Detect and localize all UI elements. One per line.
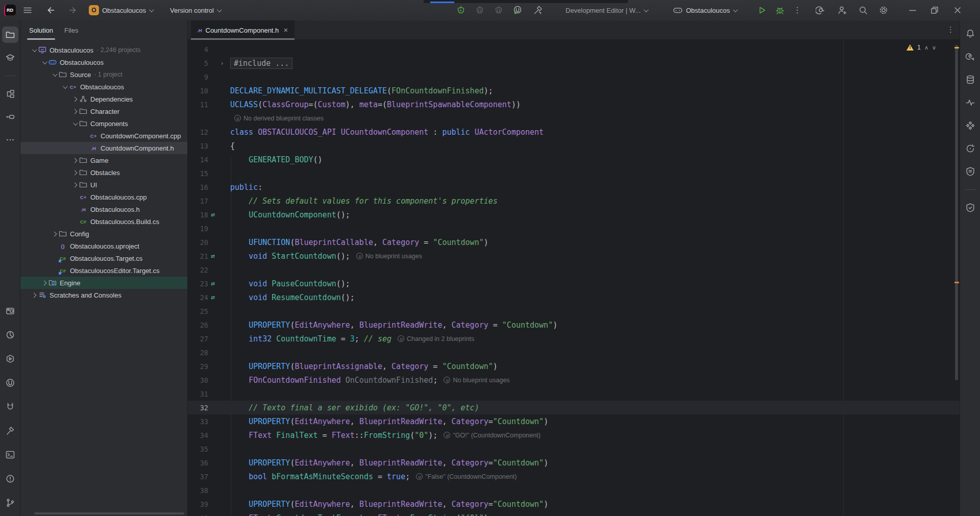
build-config-selector[interactable]: Development Editor | W... xyxy=(566,0,647,20)
notifications-button[interactable] xyxy=(962,26,978,42)
ai-assistant-panel-button[interactable] xyxy=(962,48,978,65)
toolwindow-nuget-button[interactable] xyxy=(2,303,18,319)
chevron-collapsed-icon[interactable] xyxy=(70,159,79,162)
plugins-panel-button[interactable] xyxy=(962,117,978,134)
code-line-11[interactable]: 11UCLASS(ClassGroup=(Custom), meta=(Blue… xyxy=(188,97,960,111)
code-line-20[interactable]: 20 UFUNCTION(BlueprintCallable, Category… xyxy=(188,235,960,249)
code-line-35[interactable]: 35 xyxy=(188,442,960,456)
tree-item-config[interactable]: Config xyxy=(20,228,187,240)
code-line-5[interactable]: 5›#include ... xyxy=(188,56,960,70)
code-line-26[interactable]: 26 UPROPERTY(EditAnywhere, BlueprintRead… xyxy=(188,318,960,332)
code-line-14[interactable]: 14 GENERATED_BODY() xyxy=(188,153,960,166)
code-line-4[interactable]: 4 xyxy=(188,42,960,56)
chevron-collapsed-icon[interactable] xyxy=(30,293,38,297)
close-button[interactable] xyxy=(952,0,963,20)
tab-files[interactable]: Files xyxy=(64,20,78,40)
more-tool-windows-button[interactable] xyxy=(2,132,18,148)
chevron-expanded-icon[interactable] xyxy=(70,122,79,126)
code-line-25[interactable]: 25 xyxy=(188,304,960,318)
unreal-engine-status-button[interactable] xyxy=(512,0,523,20)
implemented-in-cpp-icon[interactable]: ⇄ xyxy=(208,211,218,218)
next-problem-icon[interactable]: ∨ xyxy=(932,44,936,51)
code-line-31[interactable]: 31 xyxy=(188,387,960,401)
editor-options-icon[interactable]: ⋮ xyxy=(947,25,954,34)
tree-item-obstaculoucos-build-cs[interactable]: C#Obstaculoucos.Build.cs xyxy=(20,215,187,228)
chevron-collapsed-icon[interactable] xyxy=(70,97,79,101)
toolwindow-structure-button[interactable] xyxy=(2,86,18,102)
ue-launch-button[interactable] xyxy=(456,0,466,20)
close-tab-icon[interactable]: ✕ xyxy=(283,27,288,34)
tree-item-game[interactable]: Game xyxy=(20,154,187,166)
tree-item-obstaculoucos-h[interactable]: .HObstaculoucos.h xyxy=(20,203,187,215)
code-with-me-button[interactable] xyxy=(837,0,847,20)
code-line-27[interactable]: 27 int32 CountdownTime = 3; // seguChang… xyxy=(188,332,960,346)
warning-stripe-mark[interactable] xyxy=(954,47,959,48)
tree-item-obstaculoucos-uproject[interactable]: {}Obstaculoucos.uproject xyxy=(20,240,187,252)
debug-button[interactable] xyxy=(775,0,785,20)
tree-item-countdowncomponent-h[interactable]: .HCountdownComponent.h xyxy=(20,142,187,154)
chevron-collapsed-icon[interactable] xyxy=(70,183,79,187)
chevron-expanded-icon[interactable] xyxy=(30,48,38,52)
database-panel-button[interactable] xyxy=(962,71,978,88)
code-line-40[interactable]: 40 FText CountdownTextFormat = FText::Fr… xyxy=(188,511,960,516)
code-line-15[interactable]: 15 xyxy=(188,166,960,180)
chevron-collapsed-icon[interactable] xyxy=(40,281,48,285)
toolwindow-build-button[interactable] xyxy=(2,423,18,439)
fold-arrow-icon[interactable]: › xyxy=(218,59,226,67)
code-line-36[interactable]: 36 UPROPERTY(EditAnywhere, BlueprintRead… xyxy=(188,456,960,470)
toolwindow-profiler-button[interactable] xyxy=(2,327,18,343)
folded-include-chip[interactable]: #include ... xyxy=(230,58,292,69)
chevron-expanded-icon[interactable] xyxy=(60,85,68,89)
tree-item-components[interactable]: Components xyxy=(20,117,187,130)
implemented-in-cpp-icon[interactable]: ⇄ xyxy=(208,252,218,260)
version-control-widget[interactable]: Version control xyxy=(170,0,220,20)
chevron-expanded-icon[interactable] xyxy=(40,61,48,64)
tree-item-obstaculoucoseditor-target-cs[interactable]: C#ObstaculoucosEditor.Target.cs xyxy=(20,264,187,277)
horizontal-scrollbar[interactable] xyxy=(34,512,184,514)
code-line-24[interactable]: 24⇄ void ResumeCountdown(); xyxy=(188,290,960,304)
prev-problem-icon[interactable]: ∧ xyxy=(924,44,928,51)
project-widget[interactable]: O Obstaculoucos xyxy=(89,0,153,20)
monitoring-panel-button[interactable] xyxy=(962,94,978,111)
toolwindow-attach-button[interactable] xyxy=(2,399,18,415)
code-editor[interactable]: 45›#include ...910DECLARE_DYNAMIC_MULTIC… xyxy=(188,40,960,516)
dynamic-analysis-panel-button[interactable] xyxy=(962,163,978,180)
code-line-16[interactable]: 16public: xyxy=(188,180,960,194)
run-config-selector[interactable]: Obstaculoucos xyxy=(673,0,737,20)
toolwindow-learn-button[interactable] xyxy=(2,50,18,66)
maximize-button[interactable] xyxy=(929,0,940,20)
chevron-expanded-icon[interactable] xyxy=(50,73,58,77)
code-line-28[interactable]: 28 xyxy=(188,346,960,359)
ue-launch-2-button[interactable] xyxy=(475,0,485,20)
tree-item-ui[interactable]: UI xyxy=(20,179,187,191)
toolwindow-terminal-button[interactable] xyxy=(2,447,18,463)
tree-item-obstaculoucos-target-cs[interactable]: C#Obstaculoucos.Target.cs xyxy=(20,252,187,264)
toolwindow-commit-button[interactable] xyxy=(2,109,18,125)
main-menu-button[interactable] xyxy=(22,0,33,20)
code-line-39[interactable]: 39 UPROPERTY(EditAnywhere, BlueprintRead… xyxy=(188,497,960,511)
tree-item-countdowncomponent-cpp[interactable]: C+CountdownComponent.cpp xyxy=(20,130,187,142)
toolwindow-unreal-log-button[interactable] xyxy=(2,375,18,391)
toolwindow-problems-button[interactable] xyxy=(2,471,18,487)
tree-item-character[interactable]: Character xyxy=(20,105,187,117)
tree-item-source[interactable]: Source· 1 project xyxy=(20,68,187,81)
code-line-23[interactable]: 23⇄ void PauseCountdown(); xyxy=(188,277,960,290)
editor-tab-countdowncomponent-h[interactable]: .H CountdownComponent.h ✕ xyxy=(191,20,295,40)
code-line-34[interactable]: 34 FText FinalText = FText::FromString("… xyxy=(188,428,960,442)
tree-item-obstaculoucos[interactable]: Obstaculoucos· 2,246 projects xyxy=(20,44,187,56)
tree-item-engine[interactable]: Engine xyxy=(20,277,187,289)
tree-item-obstaculoucos-cpp[interactable]: C+Obstaculoucos.cpp xyxy=(20,191,187,203)
back-button[interactable] xyxy=(46,0,56,20)
search-everywhere-button[interactable] xyxy=(858,0,868,20)
caret-stripe-mark[interactable] xyxy=(954,282,959,283)
more-run-options-button[interactable]: ⋮ xyxy=(793,0,801,20)
settings-button[interactable] xyxy=(878,0,889,20)
rider-logo[interactable]: RD xyxy=(4,0,16,20)
chevron-collapsed-icon[interactable] xyxy=(70,171,79,175)
toolwindow-unit-tests-button[interactable] xyxy=(2,351,18,367)
ai-assistant-button[interactable] xyxy=(816,0,826,20)
tree-item-dependencies[interactable]: Dependencies xyxy=(20,93,187,105)
code-line-30[interactable]: 30 FOnCountdownFinished OnCountdownFinis… xyxy=(188,373,960,387)
code-line-37[interactable]: 37 bool bFormatAsMinuteSeconds = true;u"… xyxy=(188,470,960,483)
editor-scrollbar[interactable] xyxy=(955,45,958,380)
